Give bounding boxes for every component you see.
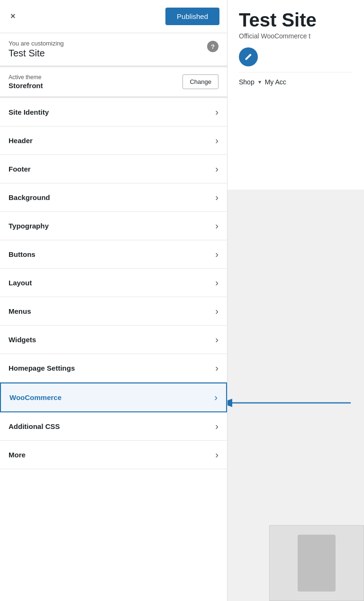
menu-item-header[interactable]: Header› (0, 127, 227, 155)
menu-item-label-more: More (9, 451, 26, 459)
menu-item-woocommerce[interactable]: WooCommerce› (0, 382, 227, 412)
chevron-right-icon: › (215, 334, 218, 345)
chevron-right-icon: › (215, 449, 218, 460)
published-button[interactable]: Published (165, 8, 219, 25)
chevron-right-icon: › (215, 107, 218, 118)
menu-item-label-additional-css: Additional CSS (9, 422, 60, 430)
menu-item-label-widgets: Widgets (9, 336, 36, 344)
customizing-site-name: Test Site (9, 48, 64, 59)
menu-item-label-homepage-settings: Homepage Settings (9, 364, 75, 372)
menu-item-label-layout: Layout (9, 279, 32, 287)
close-button[interactable]: × (8, 9, 18, 24)
nav-dropdown-icon: ▾ (258, 79, 261, 85)
menu-item-more[interactable]: More› (0, 441, 227, 469)
menu-item-site-identity[interactable]: Site Identity› (0, 98, 227, 127)
menu-item-buttons[interactable]: Buttons› (0, 240, 227, 269)
menu-item-additional-css[interactable]: Additional CSS› (0, 412, 227, 441)
chevron-right-icon: › (215, 192, 218, 203)
menu-item-widgets[interactable]: Widgets› (0, 326, 227, 354)
menu-list: Site Identity›Header›Footer›Background›T… (0, 98, 227, 601)
preview-panel: Test Site Official WooCommerce t Shop ▾ … (228, 0, 364, 601)
chevron-right-icon: › (215, 421, 218, 432)
menu-item-label-typography: Typography (9, 222, 49, 230)
pencil-icon (244, 53, 253, 61)
help-icon[interactable]: ? (207, 41, 218, 52)
customizing-section: You are customizing Test Site ? (0, 33, 227, 67)
menu-item-label-site-identity: Site Identity (9, 108, 49, 116)
nav-my-account: My Acc (265, 78, 286, 86)
menu-item-label-footer: Footer (9, 165, 31, 173)
preview-nav-bar: Shop ▾ My Acc (239, 72, 353, 86)
menu-item-label-woocommerce: WooCommerce (9, 393, 62, 401)
chevron-right-icon: › (215, 306, 218, 317)
menu-item-typography[interactable]: Typography› (0, 212, 227, 240)
change-theme-button[interactable]: Change (182, 74, 218, 89)
menu-item-label-background: Background (9, 193, 50, 201)
chevron-right-icon: › (215, 220, 218, 231)
chevron-right-icon: › (215, 277, 218, 288)
preview-site-title: Test Site (239, 9, 353, 30)
top-bar: × Published (0, 0, 227, 33)
menu-item-background[interactable]: Background› (0, 183, 227, 212)
menu-item-homepage-settings[interactable]: Homepage Settings› (0, 354, 227, 382)
edit-pencil-button[interactable] (239, 47, 258, 66)
bottom-preview-image (269, 525, 364, 601)
theme-label: Active theme (9, 74, 43, 81)
theme-section: Active theme Storefront Change (0, 67, 227, 98)
menu-item-label-header: Header (9, 137, 33, 145)
theme-name: Storefront (9, 82, 43, 90)
arrow-annotation (228, 389, 364, 417)
menu-item-label-buttons: Buttons (9, 250, 36, 258)
chevron-right-icon: › (215, 363, 218, 373)
customizer-panel: × Published You are customizing Test Sit… (0, 0, 228, 601)
preview-content: Test Site Official WooCommerce t Shop ▾ … (228, 0, 364, 190)
preview-thumbnail (298, 535, 336, 592)
menu-item-menus[interactable]: Menus› (0, 297, 227, 326)
arrow-svg (228, 389, 364, 417)
menu-item-label-menus: Menus (9, 307, 31, 315)
preview-site-tagline: Official WooCommerce t (239, 32, 353, 40)
chevron-right-icon: › (215, 249, 218, 260)
menu-item-footer[interactable]: Footer› (0, 155, 227, 183)
menu-item-layout[interactable]: Layout› (0, 269, 227, 297)
chevron-right-icon: › (214, 392, 218, 403)
customizing-label: You are customizing (9, 40, 64, 47)
nav-shop: Shop (239, 78, 255, 86)
chevron-right-icon: › (215, 164, 218, 174)
chevron-right-icon: › (215, 135, 218, 146)
